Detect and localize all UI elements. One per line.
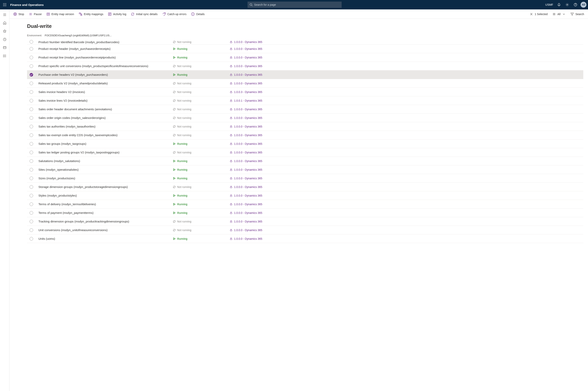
row-selector[interactable] xyxy=(30,107,33,111)
filter-all-dropdown[interactable]: All xyxy=(552,12,566,16)
version-cell[interactable]: 1.0.0.0 - Dynamics 365 xyxy=(230,168,292,171)
row-selector[interactable] xyxy=(30,185,33,189)
row-selector[interactable] xyxy=(30,159,33,163)
row-selector[interactable] xyxy=(30,202,33,206)
version-cell[interactable]: 1.0.0.0 - Dynamics 365 xyxy=(230,194,292,197)
row-selector[interactable] xyxy=(30,47,33,51)
row-selector[interactable] xyxy=(30,237,33,241)
row-selector[interactable] xyxy=(30,228,33,232)
version-cell[interactable]: 1.0.0.0 - Dynamics 365 xyxy=(230,134,292,137)
nav-hamburger[interactable] xyxy=(1,11,9,18)
row-selector[interactable] xyxy=(30,73,33,77)
table-row[interactable]: Product Number Identified Barcode (msdyn… xyxy=(27,39,583,45)
version-cell[interactable]: 1.0.0.0 - Dynamics 365 xyxy=(230,220,292,223)
global-search-input[interactable] xyxy=(254,3,340,6)
stop-button[interactable]: Stop xyxy=(13,12,24,16)
version-cell[interactable]: 1.0.0.0 - Dynamics 365 xyxy=(230,203,292,206)
table-row[interactable]: Product specific unit conversions (msdyn… xyxy=(27,62,583,70)
table-row[interactable]: Sales tax ledger posting groups V2 (msdy… xyxy=(27,148,583,157)
version-cell[interactable]: 1.0.0.0 - Dynamics 365 xyxy=(230,56,292,59)
settings-button[interactable] xyxy=(563,0,571,9)
entity-map-version-button[interactable]: Entity map version xyxy=(47,12,74,16)
version-cell[interactable]: 1.0.0.0 - Dynamics 365 xyxy=(230,185,292,189)
nav-favorites[interactable] xyxy=(1,27,9,35)
version-cell[interactable]: 1.0.0.0 - Dynamics 365 xyxy=(230,237,292,240)
global-search[interactable] xyxy=(248,1,342,8)
version-cell[interactable]: 1.0.0.0 - Dynamics 365 xyxy=(230,151,292,154)
table-row[interactable]: Terms of delivery (msdyn_termsofdeliveri… xyxy=(27,200,583,208)
table-row[interactable]: Released products V2 (msdyn_sharedproduc… xyxy=(27,79,583,88)
catchup-errors-button[interactable]: Catch-up errors xyxy=(162,12,186,16)
refresh-icon xyxy=(173,116,176,119)
table-row[interactable]: Sales invoice headers V2 (invoices)Not r… xyxy=(27,88,583,96)
row-selector[interactable] xyxy=(30,64,33,68)
table-row[interactable]: Sales tax authorities (msdyn_taxauthorit… xyxy=(27,122,583,131)
version-cell[interactable]: 1.0.0.0 - Dynamics 365 xyxy=(230,82,292,85)
notifications-button[interactable] xyxy=(555,0,563,9)
pause-button[interactable]: Pause xyxy=(29,12,42,16)
version-cell[interactable]: 1.0.0.0 - Dynamics 365 xyxy=(230,142,292,145)
company-code[interactable]: USMF xyxy=(545,3,553,6)
clear-selection-button[interactable]: 1 Selected xyxy=(529,12,548,16)
row-selector[interactable] xyxy=(30,125,33,128)
row-selector[interactable] xyxy=(30,220,33,223)
version-cell[interactable]: 1.0.0.0 - Dynamics 365 xyxy=(230,125,292,128)
nav-workspaces[interactable] xyxy=(1,44,9,51)
search-button[interactable]: Search xyxy=(570,12,584,16)
version-cell[interactable]: 1.0.0.1 - Dynamics 365 xyxy=(230,99,292,102)
version-cell[interactable]: 1.0.0.3 - Dynamics 365 xyxy=(230,91,292,94)
row-selector[interactable] xyxy=(30,56,33,59)
version-cell[interactable]: 1.0.0.0 - Dynamics 365 xyxy=(230,108,292,111)
table-row[interactable]: Units (uoms)Running1.0.0.0 - Dynamics 36… xyxy=(27,234,583,243)
table-row[interactable]: Sizes (msdyn_productsizes)Running1.0.0.0… xyxy=(27,174,583,183)
nav-modules[interactable] xyxy=(1,52,9,60)
entity-grid[interactable]: Product Number Identified Barcode (msdyn… xyxy=(9,38,588,391)
table-row[interactable]: Sales tax groups (msdyn_taxgroups)Runnin… xyxy=(27,139,583,148)
row-selector[interactable] xyxy=(30,177,33,180)
table-row[interactable]: Sales order header document attachments … xyxy=(27,105,583,114)
table-row[interactable]: Styles (msdyn_productstyles)Running1.0.0… xyxy=(27,191,583,200)
table-row[interactable]: Terms of payment (msdyn_paymentterms)Run… xyxy=(27,208,583,217)
table-row[interactable]: Storage dimension groups (msdyn_products… xyxy=(27,183,583,191)
row-selector[interactable] xyxy=(30,116,33,120)
row-selector[interactable] xyxy=(30,90,33,94)
help-button[interactable] xyxy=(572,0,579,9)
activity-log-button[interactable]: Activity log xyxy=(108,12,126,16)
row-selector[interactable] xyxy=(30,99,33,102)
version-cell[interactable]: 1.0.0.0 - Dynamics 365 xyxy=(230,65,292,68)
row-selector[interactable] xyxy=(30,194,33,197)
table-row[interactable]: Sales order origin codes (msdyn_salesord… xyxy=(27,114,583,122)
details-button[interactable]: Details xyxy=(191,12,205,16)
version-cell[interactable]: 1.0.0.0 - Dynamics 365 xyxy=(230,73,292,76)
table-row[interactable]: Salutations (msdyn_salutations)Running1.… xyxy=(27,157,583,165)
table-row[interactable]: Tracking dimension groups (msdyn_product… xyxy=(27,217,583,226)
version-cell[interactable]: 1.0.0.0 - Dynamics 365 xyxy=(230,211,292,214)
version-cell[interactable]: 1.0.0.0 - Dynamics 365 xyxy=(230,160,292,163)
table-row[interactable]: Sales tax exempt code entity CDS (msdyn_… xyxy=(27,131,583,139)
row-selector[interactable] xyxy=(30,133,33,137)
version-cell[interactable]: 1.0.0.0 - Dynamics 365 xyxy=(230,177,292,180)
initial-sync-details-button[interactable]: Initial sync details xyxy=(131,12,158,16)
user-avatar[interactable]: AD xyxy=(581,2,587,8)
table-row[interactable]: Product receipt header (msdyn_purchaseor… xyxy=(27,45,583,53)
table-row[interactable]: Product receipt line (msdyn_purchaseorde… xyxy=(27,53,583,62)
version-cell[interactable]: 1.0.0.0 - Dynamics 365 xyxy=(230,116,292,119)
row-selector[interactable] xyxy=(30,82,33,85)
version-cell[interactable]: 1.0.0.0 - Dynamics 365 xyxy=(230,40,292,44)
row-selector[interactable] xyxy=(30,168,33,172)
status-cell: Not running xyxy=(173,65,230,68)
row-selector[interactable] xyxy=(30,40,33,44)
table-row[interactable]: Purchase order headers V2 (msdyn_purchas… xyxy=(27,70,583,79)
version-cell[interactable]: 1.0.0.0 - Dynamics 365 xyxy=(230,47,292,50)
row-selector[interactable] xyxy=(30,211,33,215)
table-row[interactable]: Unit conversions (msdyn_unitofmeasurecon… xyxy=(27,226,583,234)
table-row[interactable]: Sites (msdyn_operationalsites)Running1.0… xyxy=(27,165,583,174)
nav-recent[interactable] xyxy=(1,36,9,43)
app-launcher-button[interactable] xyxy=(0,0,9,9)
row-selector[interactable] xyxy=(30,142,33,146)
entity-mappings-button[interactable]: Entity mappings xyxy=(79,12,104,16)
version-cell[interactable]: 1.0.0.0 - Dynamics 365 xyxy=(230,229,292,232)
row-selector[interactable] xyxy=(30,151,33,154)
table-row[interactable]: Sales invoice lines V2 (invoicedetails)N… xyxy=(27,96,583,105)
nav-home[interactable] xyxy=(1,19,9,27)
